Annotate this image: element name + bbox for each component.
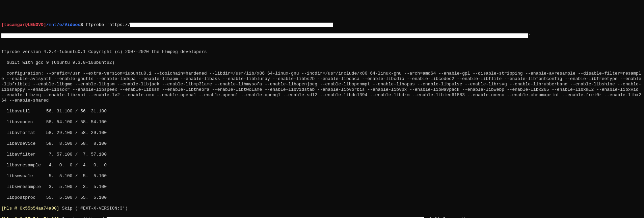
command-text: ffprobe 'https:// bbox=[86, 22, 131, 27]
msg: Opening 'https:// bbox=[62, 217, 107, 218]
cwd: /mnt/e/Videos bbox=[46, 22, 80, 27]
bracket: [ bbox=[1, 22, 4, 27]
hls-line: [hls @ 0x55b54aa74a00] Opening 'https://… bbox=[1, 217, 643, 218]
user-host: tocamgar@LENOVO bbox=[4, 22, 44, 27]
dollar: $ bbox=[80, 22, 86, 27]
suffix: .m3u8' for reading bbox=[424, 217, 471, 218]
lib-line: libavcodec 58. 54.100 / 58. 54.100 bbox=[1, 119, 643, 125]
lib-line: libavfilter 7. 57.100 / 7. 57.100 bbox=[1, 152, 643, 157]
redacted-line: ' bbox=[1, 33, 643, 38]
hls-line: [hls @ 0x55b54aa74a00] Skip ('#EXT-X-VER… bbox=[1, 206, 643, 211]
bracket: ] bbox=[44, 22, 46, 27]
prompt-line[interactable]: [tocamgar@LENOVO]/mnt/e/Videos$ ffprobe … bbox=[1, 22, 643, 28]
lib-line: libavdevice 58. 8.100 / 58. 8.100 bbox=[1, 141, 643, 146]
lib-line: libavresample 4. 0. 0 / 4. 0. 0 bbox=[1, 163, 643, 168]
msg: Skip ('#EXT-X-VERSION:3') bbox=[62, 206, 128, 211]
lib-line: libswscale 5. 5.100 / 5. 5.100 bbox=[1, 173, 643, 179]
lib-line: libavformat 58. 29.100 / 58. 29.100 bbox=[1, 130, 643, 136]
version-line: ffprobe version 4.2.4-1ubuntu0.1 Copyrig… bbox=[1, 49, 643, 55]
lib-line: libpostproc 55. 5.100 / 55. 5.100 bbox=[1, 195, 643, 200]
hls-tag: [hls @ 0x55b54aa74a00] bbox=[1, 217, 62, 218]
cmd-end: ' bbox=[528, 33, 531, 38]
config-line: configuration: --prefix=/usr --extra-ver… bbox=[1, 71, 643, 103]
lib-line: libswresample 3. 5.100 / 3. 5.100 bbox=[1, 184, 643, 190]
built-line: built with gcc 9 (Ubuntu 9.3.0-10ubuntu2… bbox=[1, 60, 643, 65]
lib-line: libavutil 56. 31.100 / 56. 31.100 bbox=[1, 109, 643, 114]
redacted-url bbox=[130, 23, 333, 27]
hls-tag: [hls @ 0x55b54aa74a00] bbox=[1, 206, 62, 211]
